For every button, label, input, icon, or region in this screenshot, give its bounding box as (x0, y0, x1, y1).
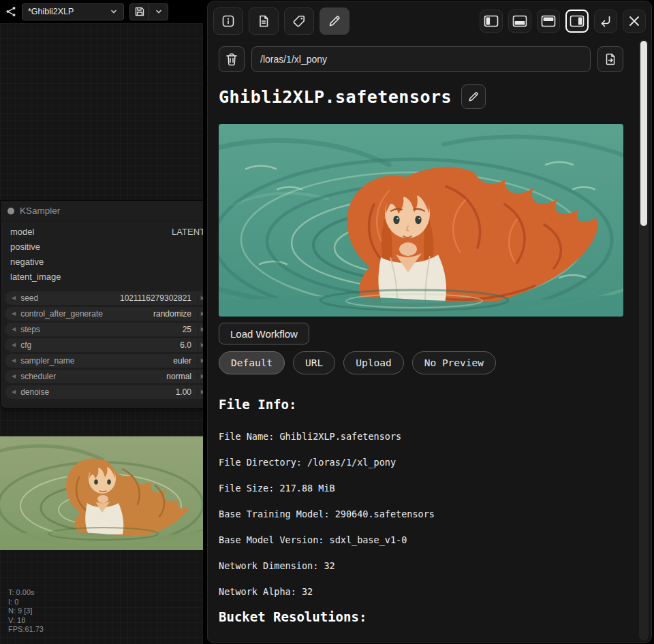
tab-description[interactable] (249, 7, 279, 35)
dock-left-icon (484, 15, 499, 27)
dock-bottom-button[interactable] (508, 10, 531, 33)
tag-icon (292, 14, 306, 28)
file-info-line: Network Alpha: 32 (219, 579, 435, 605)
slot-positive: positive (1, 239, 203, 254)
node-header[interactable]: KSampler (1, 201, 203, 221)
preview-none-button[interactable]: No Preview (412, 351, 496, 374)
stat-line: I: 0 (8, 598, 44, 607)
decrement-icon[interactable]: ◀ (12, 389, 16, 395)
share-icon[interactable] (5, 6, 16, 17)
dock-left-button[interactable] (480, 10, 503, 33)
model-preview-image[interactable] (219, 124, 623, 317)
file-info-list: File Name: Ghibli2XLP.safetensors File D… (219, 423, 435, 605)
increment-icon[interactable]: ▶ (201, 389, 203, 395)
undock-button[interactable] (594, 10, 617, 33)
workflow-topbar: *Ghibli2XLP (0, 0, 203, 23)
model-title: Ghibli2XLP.safetensors (219, 87, 452, 107)
preview-source-buttons: Default URL Upload No Preview (219, 351, 496, 374)
workflow-name: *Ghibli2XLP (28, 7, 74, 16)
model-info-panel: Ghibli2XLP.safetensors (207, 1, 652, 643)
save-split-button (129, 3, 168, 20)
preview-upload-button[interactable]: Upload (343, 351, 403, 374)
decrement-icon[interactable]: ◀ (12, 342, 16, 348)
widget-control-after-generate[interactable]: ◀control_after_generaterandomize▶ (5, 307, 203, 321)
stat-line: V: 18 (8, 616, 44, 626)
node-canvas[interactable]: KSampler model LATENT positive negative … (0, 23, 203, 644)
widget-scheduler[interactable]: ◀schedulernormal▶ (5, 370, 203, 383)
dock-bottom-icon (512, 15, 527, 27)
decrement-icon[interactable]: ◀ (12, 327, 16, 332)
path-row (219, 46, 623, 72)
save-menu-button[interactable] (149, 4, 168, 20)
save-button[interactable] (130, 4, 149, 20)
load-workflow-button[interactable]: Load Workflow (219, 323, 309, 344)
ksampler-node[interactable]: KSampler model LATENT positive negative … (0, 200, 203, 408)
input-label: model (10, 227, 34, 237)
edit-pencil-icon (467, 91, 480, 103)
dock-top-button[interactable] (537, 10, 560, 33)
increment-icon[interactable]: ▶ (201, 295, 203, 301)
file-info-line: Base Training Model: 290640.safetensors (219, 501, 435, 527)
decrement-icon[interactable]: ◀ (12, 311, 16, 317)
increment-icon[interactable]: ▶ (201, 374, 203, 379)
close-icon (627, 14, 641, 28)
file-info-line: Base Model Version: sdxl_base_v1-0 (219, 527, 435, 553)
tab-info[interactable] (213, 7, 243, 35)
decrement-icon[interactable]: ◀ (12, 295, 16, 301)
chevron-down-icon (110, 7, 118, 16)
trash-icon (225, 52, 238, 66)
input-label: latent_image (10, 272, 61, 282)
workflow-select[interactable]: *Ghibli2XLP (22, 3, 124, 20)
slot-negative: negative (1, 254, 203, 269)
node-slots: model LATENT positive negative latent_im… (1, 221, 203, 285)
increment-icon[interactable]: ▶ (201, 342, 203, 348)
file-info-line: File Directory: /loras/1/xl_pony (219, 449, 435, 475)
preview-default-button[interactable]: Default (219, 351, 285, 374)
save-icon (134, 6, 145, 17)
tab-tags[interactable] (284, 7, 314, 35)
panel-scrollbar[interactable] (639, 39, 649, 641)
node-preview-image (0, 436, 203, 550)
slot-model: model LATENT (1, 224, 203, 239)
file-info-line: File Name: Ghibli2XLP.safetensors (219, 423, 435, 449)
close-panel-button[interactable] (623, 10, 646, 33)
input-label: negative (10, 257, 44, 267)
export-path-button[interactable] (597, 46, 623, 72)
widget-steps[interactable]: ◀steps25▶ (5, 323, 203, 336)
node-collapse-dot[interactable] (7, 208, 14, 214)
chevron-down-icon (155, 7, 163, 16)
bucket-resolutions-heading: Bucket Resolutions: (219, 609, 367, 624)
graph-area: *Ghibli2XLP KSampler (0, 0, 203, 644)
file-export-icon (604, 52, 617, 66)
model-path-input[interactable] (251, 46, 591, 72)
tab-edit[interactable] (320, 7, 349, 35)
widget-cfg[interactable]: ◀cfg6.0▶ (5, 338, 203, 352)
title-row: Ghibli2XLP.safetensors (219, 84, 486, 109)
widget-seed[interactable]: ◀seed1021116279302821▶ (5, 291, 203, 305)
widget-denoise[interactable]: ◀denoise1.00▶ (5, 385, 203, 399)
stat-line: FPS:61.73 (8, 625, 44, 634)
output-label: LATENT (172, 227, 203, 237)
return-arrow-icon (598, 14, 613, 29)
node-title: KSampler (20, 206, 60, 216)
file-info-line: Network Dimension: 32 (219, 553, 435, 579)
increment-icon[interactable]: ▶ (201, 358, 203, 364)
stat-line: T: 0.00s (8, 588, 44, 598)
node-widgets: ◀seed1021116279302821▶ ◀control_after_ge… (1, 285, 203, 408)
increment-icon[interactable]: ▶ (201, 311, 203, 317)
delete-model-button[interactable] (219, 46, 245, 72)
increment-icon[interactable]: ▶ (201, 327, 203, 332)
file-info-line: File Size: 217.88 MiB (219, 475, 435, 501)
decrement-icon[interactable]: ◀ (12, 358, 16, 364)
dock-top-icon (541, 15, 556, 27)
input-label: positive (10, 242, 40, 252)
scrollbar-thumb[interactable] (640, 41, 647, 226)
decrement-icon[interactable]: ◀ (12, 374, 16, 379)
dock-right-button[interactable] (565, 10, 589, 33)
preview-url-button[interactable]: URL (293, 351, 335, 374)
file-info-heading: File Info: (219, 397, 296, 412)
pencil-icon (328, 14, 341, 28)
widget-sampler-name[interactable]: ◀sampler_nameeuler▶ (5, 354, 203, 368)
rename-model-button[interactable] (461, 84, 486, 109)
dock-right-icon (570, 15, 585, 27)
